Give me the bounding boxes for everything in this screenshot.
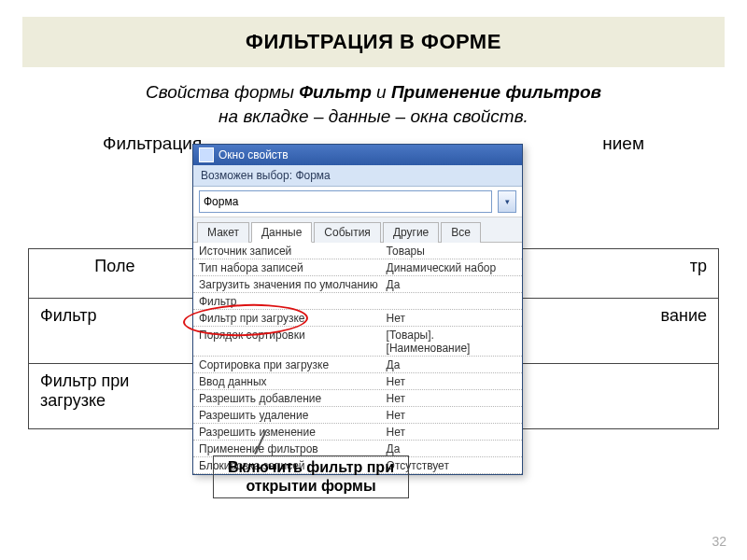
bg-r2c1: Фильтр при загрузке	[29, 364, 202, 429]
tab-events[interactable]: События	[314, 222, 381, 243]
property-value[interactable]: Товары	[387, 245, 516, 258]
property-value[interactable]: Нет	[387, 426, 516, 439]
bg-r1c2-text: вание	[661, 306, 707, 325]
property-row[interactable]: Ввод данныхНет	[193, 373, 522, 390]
page-number: 32	[712, 534, 726, 549]
bg-r1c1: Фильтр	[29, 299, 202, 364]
tab-data[interactable]: Данные	[251, 222, 312, 243]
intro-line2: на вкладке – данные – окна свойств.	[218, 106, 529, 126]
property-name: Порядок сортировки	[199, 329, 387, 355]
property-value[interactable]: Нет	[387, 375, 516, 388]
property-row[interactable]: Порядок сортировки[Товары].[Наименование…	[193, 327, 522, 357]
tab-all[interactable]: Все	[441, 222, 481, 243]
property-row[interactable]: Тип набора записейДинамический набор	[193, 259, 522, 276]
tab-layout[interactable]: Макет	[197, 222, 249, 243]
property-name: Разрешить добавление	[199, 392, 387, 405]
object-selector-row: ▾	[193, 187, 522, 217]
property-name: Фильтр	[199, 295, 387, 308]
property-name: Сортировка при загрузке	[199, 358, 387, 371]
object-selector-dropdown[interactable]: ▾	[498, 190, 516, 213]
selection-type-label: Возможен выбор: Форма	[193, 165, 522, 187]
property-name: Применение фильтров	[199, 442, 387, 455]
properties-window: Окно свойств Возможен выбор: Форма ▾ Мак…	[192, 144, 523, 475]
title-bar: ФИЛЬТРАЦИЯ В ФОРМЕ	[22, 17, 725, 67]
object-selector-input[interactable]	[199, 190, 492, 213]
property-value[interactable]: Да	[387, 358, 516, 371]
slide-title: ФИЛЬТРАЦИЯ В ФОРМЕ	[246, 30, 501, 53]
property-name: Ввод данных	[199, 375, 387, 388]
property-value[interactable]: Динамический набор	[387, 261, 516, 274]
property-value[interactable]: Да	[387, 442, 516, 455]
property-value[interactable]: Да	[387, 278, 516, 291]
bg-th-2-text: тр	[690, 257, 707, 275]
property-row[interactable]: Сортировка при загрузкеДа	[193, 357, 522, 373]
window-titlebar[interactable]: Окно свойств	[193, 145, 522, 165]
tab-bar: Макет Данные События Другие Все	[193, 217, 522, 243]
tab-other[interactable]: Другие	[383, 222, 439, 243]
property-value[interactable]: Нет	[387, 392, 516, 405]
window-icon	[199, 147, 214, 162]
property-row[interactable]: Источник записейТовары	[193, 243, 522, 259]
callout-box: Включить фильтр при открытии формы	[213, 455, 409, 498]
intro-bold-2: Применение фильтров	[391, 82, 601, 102]
intro-line3-right: нием	[602, 133, 644, 154]
property-row[interactable]: Разрешить удалениеНет	[193, 407, 522, 424]
property-row[interactable]: Фильтр при загрузкеНет	[193, 310, 522, 327]
property-name: Загрузить значения по умолчанию	[199, 278, 387, 291]
window-title: Окно свойств	[218, 148, 289, 161]
property-row[interactable]: Разрешить добавлениеНет	[193, 390, 522, 407]
intro-bold-1: Фильтр	[299, 82, 372, 102]
property-value[interactable]: [Товары].[Наименование]	[387, 329, 516, 355]
property-value[interactable]: Нет	[387, 312, 516, 325]
property-name: Разрешить изменение	[199, 426, 387, 439]
intro-line3-left: Фильтрация	[103, 133, 202, 154]
property-grid: Источник записейТоварыТип набора записей…	[193, 243, 522, 474]
property-row[interactable]: Загрузить значения по умолчаниюДа	[193, 276, 522, 293]
property-row[interactable]: Фильтр	[193, 293, 522, 310]
property-row[interactable]: Разрешить изменениеНет	[193, 424, 522, 441]
intro-text: Свойства формы Фильтр и Применение фильт…	[28, 80, 719, 128]
property-name: Источник записей	[199, 245, 387, 258]
bg-th-1: Поле	[29, 249, 202, 299]
intro-text-2: и	[372, 82, 391, 102]
property-value[interactable]: Нет	[387, 409, 516, 422]
property-name: Тип набора записей	[199, 261, 387, 274]
property-value[interactable]	[387, 295, 516, 308]
property-name: Фильтр при загрузке	[199, 312, 387, 325]
intro-text-1: Свойства формы	[146, 82, 299, 102]
property-name: Разрешить удаление	[199, 409, 387, 422]
